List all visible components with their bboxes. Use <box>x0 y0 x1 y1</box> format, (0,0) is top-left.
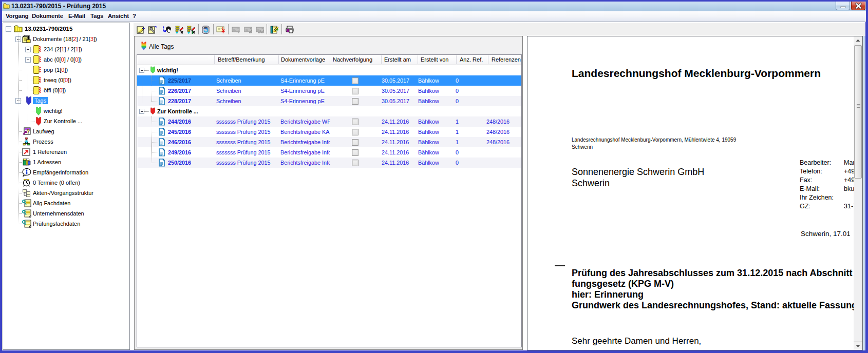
svg-text:?: ? <box>27 129 30 134</box>
